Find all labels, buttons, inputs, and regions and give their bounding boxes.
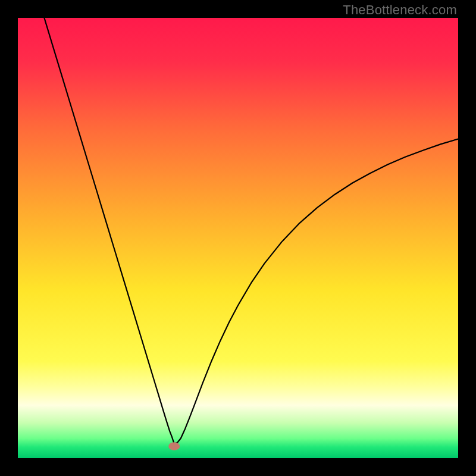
gradient-background: [18, 18, 458, 458]
minimum-marker: [168, 442, 180, 450]
chart-plot-area: [18, 18, 458, 458]
chart-svg: [18, 18, 458, 458]
outer-frame: TheBottleneck.com: [0, 0, 476, 476]
watermark-text: TheBottleneck.com: [343, 2, 457, 18]
